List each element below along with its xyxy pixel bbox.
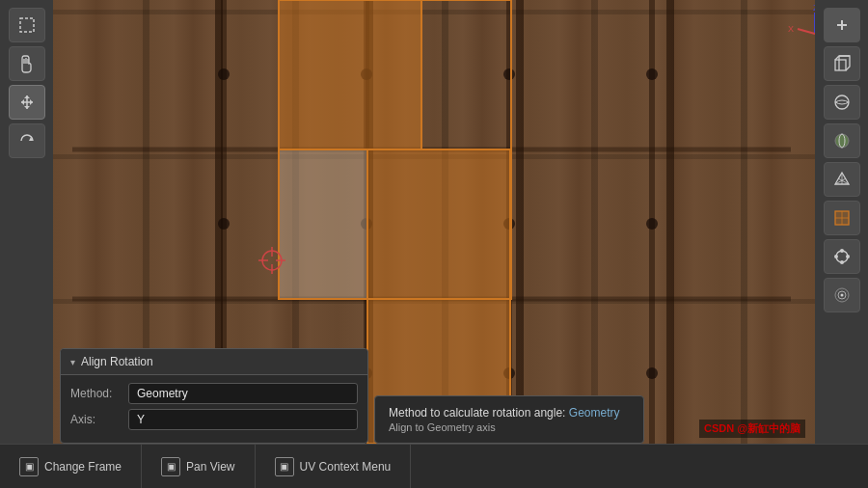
snap-button[interactable] bbox=[824, 239, 860, 274]
stretch-icon bbox=[833, 209, 851, 227]
status-uv-menu: ▣ UV Context Menu bbox=[256, 445, 412, 488]
axis-row: Axis: Y bbox=[70, 409, 358, 430]
svg-rect-41 bbox=[835, 60, 846, 70]
tooltip-title-prefix: Method to calculate rotation angle: bbox=[389, 406, 569, 420]
plus-icon bbox=[834, 17, 850, 33]
axis-label: Axis: bbox=[70, 413, 128, 426]
change-frame-icon: ▣ bbox=[19, 457, 39, 476]
right-toolbar bbox=[815, 0, 868, 444]
material-icon bbox=[833, 132, 851, 149]
watermark: CSDN @新缸中的脑 bbox=[699, 420, 805, 438]
viewport-shading-button[interactable] bbox=[824, 85, 860, 120]
panel-title: Align Rotation bbox=[81, 355, 153, 368]
svg-point-61 bbox=[840, 294, 843, 297]
left-toolbar bbox=[0, 0, 53, 444]
tooltip-title-value: Geometry bbox=[569, 406, 620, 420]
uv-menu-icon: ▣ bbox=[275, 457, 294, 476]
proportional-icon bbox=[833, 286, 851, 304]
panel-body: Method: Geometry Axis: Y bbox=[61, 375, 367, 443]
pan-view-icon: ▣ bbox=[161, 457, 180, 476]
tooltip-description: Align to Geometry axis bbox=[389, 421, 630, 433]
sphere-shading-icon bbox=[833, 94, 851, 111]
align-rotation-panel: ▾ Align Rotation Method: Geometry Axis: … bbox=[60, 348, 368, 444]
rotate-icon bbox=[18, 132, 36, 149]
method-label: Method: bbox=[70, 387, 128, 400]
change-frame-label: Change Frame bbox=[44, 460, 122, 474]
status-change-frame: ▣ Change Frame bbox=[0, 445, 142, 488]
rotate-button[interactable] bbox=[9, 123, 45, 158]
svg-point-57 bbox=[834, 255, 838, 258]
uv-stretch-button[interactable] bbox=[824, 201, 860, 235]
grab-button[interactable] bbox=[9, 46, 45, 81]
status-pan-view: ▣ Pan View bbox=[142, 445, 255, 488]
svg-rect-35 bbox=[20, 18, 34, 32]
cube-view-icon bbox=[832, 55, 852, 72]
uv-menu-label: UV Context Menu bbox=[300, 460, 392, 474]
axis-value[interactable]: Y bbox=[128, 409, 358, 430]
add-object-button[interactable] bbox=[824, 8, 860, 42]
wireframe-icon bbox=[833, 171, 851, 188]
svg-point-45 bbox=[835, 134, 849, 148]
tooltip-title: Method to calculate rotation angle: Geom… bbox=[389, 406, 630, 420]
method-row: Method: Geometry bbox=[70, 383, 358, 404]
svg-point-44 bbox=[835, 95, 849, 109]
panel-collapse-icon: ▾ bbox=[70, 357, 75, 367]
material-button[interactable] bbox=[824, 123, 860, 158]
tooltip-panel: Method to calculate rotation angle: Geom… bbox=[374, 395, 644, 444]
panel-header[interactable]: ▾ Align Rotation bbox=[61, 349, 367, 375]
svg-point-56 bbox=[840, 260, 844, 264]
svg-point-58 bbox=[846, 255, 850, 258]
status-bar: ▣ Change Frame ▣ Pan View ▣ UV Context M… bbox=[0, 444, 868, 488]
box-select-icon bbox=[18, 16, 36, 34]
box-select-button[interactable] bbox=[9, 8, 45, 42]
view-cube-button[interactable] bbox=[824, 46, 860, 81]
svg-point-55 bbox=[840, 249, 844, 253]
proportional-edit-button[interactable] bbox=[824, 278, 860, 312]
transform-icon bbox=[17, 94, 37, 111]
snap-icon bbox=[833, 248, 851, 265]
transform-button[interactable] bbox=[9, 85, 45, 120]
pan-view-label: Pan View bbox=[186, 460, 234, 474]
hand-icon bbox=[18, 54, 36, 73]
wireframe-button[interactable] bbox=[824, 162, 860, 197]
method-value[interactable]: Geometry bbox=[128, 383, 358, 404]
